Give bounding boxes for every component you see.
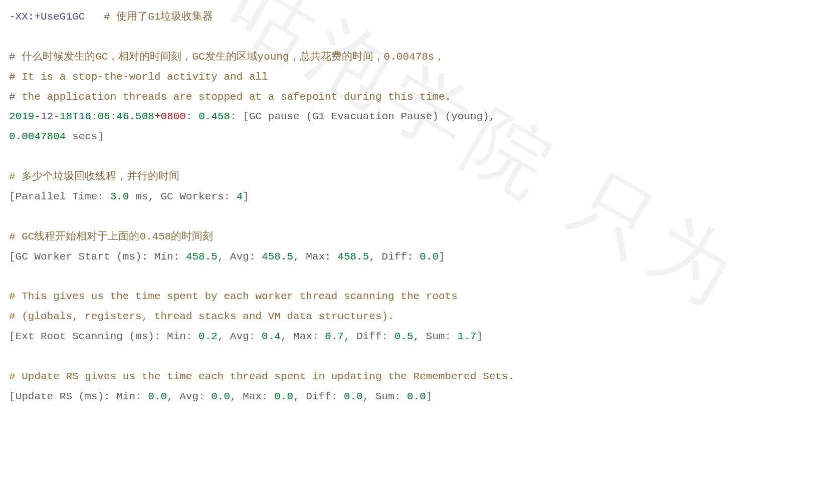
token: , Avg: <box>218 251 262 263</box>
token: 0.0047804 <box>9 131 66 142</box>
comment-line: # the application threads are stopped at… <box>9 87 821 107</box>
token: -XX <box>9 11 28 23</box>
token: 458.5 <box>337 251 369 263</box>
token: , Diff: <box>369 251 420 263</box>
code-line: -XX:+UseG1GC # 使用了G1垃圾收集器 <box>9 7 821 27</box>
token: ] <box>477 331 483 342</box>
comment-line: # 什么时候发生的GC，相对的时间刻，GC发生的区域young，总共花费的时间，… <box>9 47 821 67</box>
token: [Ext Root Scanning (ms): Min: <box>9 331 198 342</box>
blank-line <box>9 147 821 167</box>
token: , Max: <box>230 391 274 402</box>
code-line: 2019-12-18T16:06:46.508+0800: 0.458: [GC… <box>9 107 821 127</box>
token: 0.458 <box>198 111 230 122</box>
comment: # 使用了G1垃圾收集器 <box>85 11 213 23</box>
token: : <box>91 111 98 122</box>
token: 18 <box>60 111 72 122</box>
comment-line: # (globals, registers, thread stacks and… <box>9 307 821 327</box>
token: +UseG1GC <box>34 11 85 23</box>
code-line: [Update RS (ms): Min: 0.0, Avg: 0.0, Max… <box>9 387 821 407</box>
token: , Max: <box>293 251 337 263</box>
code-line: [GC Worker Start (ms): Min: 458.5, Avg: … <box>9 247 821 267</box>
token: , Diff: <box>344 331 394 342</box>
token: secs] <box>66 131 104 142</box>
token: 46.508 <box>116 111 154 122</box>
token: 0.5 <box>394 331 413 342</box>
token: : <box>110 111 117 122</box>
token: [Update RS (ms): Min: <box>9 391 148 402</box>
comment-line: # It is a stop-the-world activity and al… <box>9 67 821 87</box>
token: , Sum: <box>363 391 407 402</box>
token: 0.0 <box>344 391 363 402</box>
token: 0.0 <box>274 391 293 402</box>
token: 1.7 <box>458 331 477 342</box>
code-line: 0.0047804 secs] <box>9 127 821 147</box>
token: [Parallel Time: <box>9 191 110 202</box>
token: ] <box>243 191 249 202</box>
token: , Diff: <box>293 391 344 402</box>
token: ] <box>426 391 433 402</box>
comment-line: # Update RS gives us the time each threa… <box>9 367 821 387</box>
comment-line: # 多少个垃圾回收线程，并行的时间 <box>9 167 821 187</box>
token: 0.4 <box>262 331 281 342</box>
blank-line <box>9 207 821 227</box>
comment-line: # GC线程开始相对于上面的0.458的时间刻 <box>9 227 821 247</box>
token: 0.0 <box>420 251 439 263</box>
token: : <box>186 111 198 122</box>
comment-line: # This gives us the time spent by each w… <box>9 287 821 307</box>
token: -12- <box>34 111 59 122</box>
token: 458.5 <box>262 251 293 263</box>
code-line: [Parallel Time: 3.0 ms, GC Workers: 4] <box>9 187 821 207</box>
token: , Avg: <box>218 331 262 342</box>
token: 0.0 <box>148 391 167 402</box>
token: 2019 <box>9 111 34 122</box>
token: : [GC pause (G1 Evacuation Pause) (young… <box>230 111 502 122</box>
token: : <box>28 11 35 23</box>
blank-line <box>9 347 821 367</box>
token: , Avg: <box>167 391 211 402</box>
code-block: -XX:+UseG1GC # 使用了G1垃圾收集器 # 什么时候发生的GC，相对… <box>9 7 821 407</box>
token: , Sum: <box>413 331 458 342</box>
token: 0.0 <box>407 391 426 402</box>
token: , Max: <box>281 331 325 342</box>
token: ] <box>439 251 445 263</box>
blank-line <box>9 27 821 47</box>
token: 06 <box>97 111 110 122</box>
token: 3.0 <box>110 191 129 202</box>
token: 4 <box>237 191 243 202</box>
token: ms, GC Workers: <box>129 191 236 202</box>
token: 0.7 <box>325 331 344 342</box>
token: 458.5 <box>186 251 218 263</box>
token: T16 <box>72 111 91 122</box>
token: +0800 <box>154 111 186 122</box>
token: [GC Worker Start (ms): Min: <box>9 251 186 263</box>
code-line: [Ext Root Scanning (ms): Min: 0.2, Avg: … <box>9 327 821 347</box>
blank-line <box>9 267 821 287</box>
token: 0.2 <box>198 331 218 342</box>
token: 0.0 <box>211 391 230 402</box>
